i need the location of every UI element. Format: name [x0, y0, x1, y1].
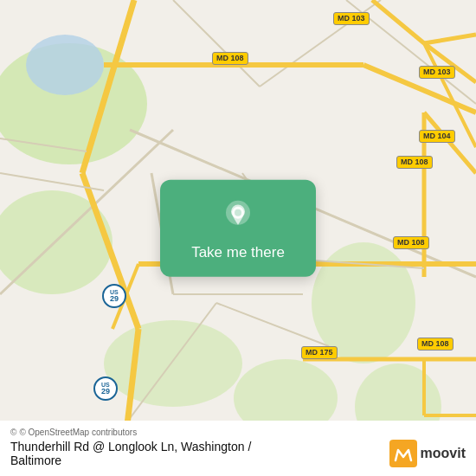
badge-md104: MD 104 — [419, 130, 455, 143]
badge-md108-mid: MD 108 — [396, 156, 433, 169]
address-text: Thunderhill Rd @ Longlook Ln, Washington… — [10, 440, 251, 467]
openstreetmap-icon: © — [10, 428, 16, 437]
badge-md175-bot: MD 175 — [301, 346, 338, 359]
badge-us29-top: US 29 — [102, 284, 126, 308]
moovit-logo: moovit — [389, 440, 466, 467]
badge-md108-bot: MD 108 — [393, 236, 429, 249]
address-line: Thunderhill Rd @ Longlook Ln, Washington… — [10, 440, 466, 467]
copyright-text: © OpenStreetMap contributors — [19, 428, 137, 437]
svg-line-23 — [372, 0, 424, 43]
copyright-line: © © OpenStreetMap contributors — [10, 428, 466, 437]
svg-line-24 — [424, 35, 476, 43]
svg-point-6 — [26, 35, 104, 95]
badge-us29-bottom: US 29 — [93, 376, 118, 401]
moovit-m-logo — [389, 440, 417, 467]
svg-point-2 — [104, 320, 242, 407]
map-container: US 29 US 29 MD 108 MD 103 MD 103 MD 104 … — [0, 0, 476, 476]
take-me-there-button[interactable]: Take me there — [191, 244, 285, 261]
bottom-bar: © © OpenStreetMap contributors Thunderhi… — [0, 421, 476, 476]
location-pin-icon — [219, 197, 257, 235]
badge-md108-right: MD 108 — [417, 338, 453, 351]
badge-md103-top2: MD 103 — [419, 66, 455, 79]
badge-md108-top: MD 108 — [212, 52, 248, 65]
badge-md103-top1: MD 103 — [333, 12, 370, 25]
moovit-name: moovit — [421, 446, 466, 461]
cta-overlay[interactable]: Take me there — [160, 180, 316, 277]
svg-line-11 — [173, 0, 260, 87]
